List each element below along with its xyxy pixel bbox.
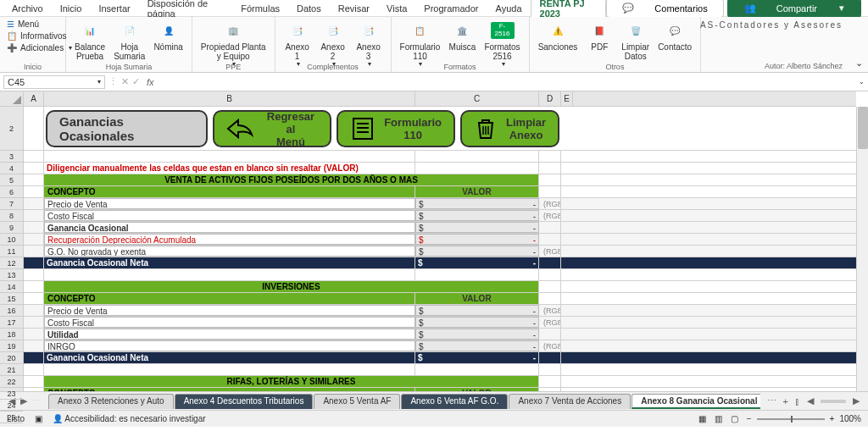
hscroll-right-icon[interactable]: ▶ xyxy=(853,395,860,406)
cancel-icon[interactable]: ✕ xyxy=(121,76,129,87)
row-20[interactable]: 20 xyxy=(0,352,23,364)
menu-insertar[interactable]: Insertar xyxy=(90,2,138,15)
ribbon-menu[interactable]: ☰Menú xyxy=(5,19,74,30)
row-8[interactable]: 8 xyxy=(0,210,23,222)
cells: Ganancias Ocasionales Regresar al Menú F… xyxy=(24,107,856,391)
share-button[interactable]: 👥Compartir▾ xyxy=(727,0,861,18)
status-bar: Listo ▣ 👤 Accesibilidad: es necesario in… xyxy=(0,410,868,427)
nomina-button[interactable]: 👤Nómina xyxy=(150,19,186,53)
zoom-out-icon[interactable]: − xyxy=(747,414,752,423)
clean-anexo-button[interactable]: Limpiar Anexo xyxy=(460,110,559,147)
brand-text: AS-Contadores y Asesores xyxy=(700,20,843,30)
scroll-thumb[interactable] xyxy=(858,107,868,149)
row-23[interactable]: 23 xyxy=(0,388,23,400)
collapse-ribbon-icon[interactable]: ⌄ xyxy=(855,58,863,69)
sheet-tab[interactable]: Anexo 3 Retenciones y Auto xyxy=(48,394,174,409)
row-4[interactable]: 4 xyxy=(0,163,23,174)
row-11[interactable]: 11 xyxy=(0,246,23,257)
hoja-sumaria-button[interactable]: 📄Hoja Sumaria xyxy=(110,19,148,63)
vertical-scrollbar[interactable] xyxy=(856,107,868,391)
fx-icon[interactable]: fx xyxy=(143,77,158,87)
form-icon: 📋 xyxy=(408,20,431,41)
row-25[interactable]: 25 xyxy=(0,412,23,423)
doc-icon: 📑 xyxy=(321,20,345,41)
share-icon: 👥 xyxy=(736,1,765,15)
doc-icon: 📑 xyxy=(357,20,381,41)
view-break-icon[interactable]: ▢ xyxy=(731,414,738,423)
select-all[interactable] xyxy=(0,91,24,107)
row-10[interactable]: 10 xyxy=(0,234,23,246)
row-13[interactable]: 13 xyxy=(0,269,23,281)
menu-ayuda[interactable]: Ayuda xyxy=(487,2,531,15)
sheet-tab[interactable]: Anexo 4 Descuentos Tributarios xyxy=(175,394,314,409)
zoom-control[interactable]: − + 100% xyxy=(747,414,861,423)
row-15[interactable]: 15 xyxy=(0,293,23,305)
muisca-button[interactable]: 🏛️Muisca xyxy=(445,19,479,53)
menu-revisar[interactable]: Revisar xyxy=(330,2,378,15)
sheet-tab[interactable]: Anexo 5 Venta AF xyxy=(314,394,400,409)
menu-inicio[interactable]: Inicio xyxy=(52,2,91,15)
ribbon-adicionales[interactable]: ➕Adicionales▾ xyxy=(5,42,74,53)
menu-archivo[interactable]: Archivo xyxy=(3,2,52,15)
col-B[interactable]: B xyxy=(44,91,415,106)
sheet-tab-bar: ◀ ▶ ⋯ Anexo 3 Retenciones y AutoAnexo 4 … xyxy=(0,391,868,410)
col-E[interactable]: E xyxy=(561,91,573,106)
row-3[interactable]: 3 xyxy=(0,151,23,163)
row-16[interactable]: 16 xyxy=(0,305,23,317)
row-22[interactable]: 22 xyxy=(0,376,23,388)
sheet-tab[interactable]: Anexo 7 Venta de Acciones xyxy=(509,394,631,409)
menu-bar: Archivo Inicio Insertar Disposición de p… xyxy=(0,0,868,17)
name-box[interactable]: C45▾ xyxy=(3,75,105,89)
menu-formulas[interactable]: Fórmulas xyxy=(232,2,288,15)
menu-programador[interactable]: Programador xyxy=(415,2,487,15)
form110-big-button[interactable]: Formulario 110 xyxy=(337,110,455,147)
limpiar-button[interactable]: 🗑️Limpiar Datos xyxy=(618,19,653,63)
row-6[interactable]: 6 xyxy=(0,186,23,198)
row-21[interactable]: 21 xyxy=(0,364,23,376)
row-17[interactable]: 17 xyxy=(0,317,23,329)
back-menu-button[interactable]: Regresar al Menú xyxy=(213,110,331,147)
col-C[interactable]: C xyxy=(415,91,539,106)
menu-datos[interactable]: Datos xyxy=(288,2,330,15)
sheet-tab[interactable]: Anexo 8 Ganancia Ocasional xyxy=(632,394,760,409)
sheet-tab[interactable]: Anexo 6 Venta AF G.O. xyxy=(401,394,508,409)
col-D[interactable]: D xyxy=(539,91,561,106)
menu-vista[interactable]: Vista xyxy=(378,2,415,15)
row-18[interactable]: 18 xyxy=(0,329,23,340)
whatsapp-icon: 💬 xyxy=(663,20,687,41)
chevron-down-icon[interactable]: ▾ xyxy=(97,78,101,86)
balance-prueba-button[interactable]: 📊Balance Prueba xyxy=(71,19,108,63)
pdf-button[interactable]: 📕PDF xyxy=(582,19,616,53)
expand-fbar-icon[interactable]: ⌄ xyxy=(859,78,865,86)
row-9[interactable]: 9 xyxy=(0,222,23,234)
col-A[interactable]: A xyxy=(24,91,44,106)
zoom-slider[interactable] xyxy=(757,418,825,420)
row-19[interactable]: 19 xyxy=(0,340,23,352)
ribbon-informativos[interactable]: 📋Informativos xyxy=(5,30,74,41)
formula-input[interactable] xyxy=(161,75,854,88)
row-2[interactable]: 2 xyxy=(0,107,23,151)
gov-icon: 🏛️ xyxy=(450,20,474,41)
confirm-icon[interactable]: ✓ xyxy=(132,76,140,87)
accessibility-status[interactable]: 👤 Accesibilidad: es necesario investigar xyxy=(53,414,205,423)
row-7[interactable]: 7 xyxy=(0,198,23,210)
add-sheet-icon[interactable]: + xyxy=(783,396,788,406)
new-sheet-icon[interactable]: ⋯ xyxy=(767,395,776,406)
info-icon: 📋 xyxy=(7,31,17,41)
contacto-button[interactable]: 💬Contacto xyxy=(654,19,695,53)
view-layout-icon[interactable]: ▥ xyxy=(715,414,722,423)
row-5[interactable]: 5 xyxy=(0,174,23,186)
menu-icon: ☰ xyxy=(7,19,14,29)
macro-icon[interactable]: ▣ xyxy=(35,414,42,423)
hscroll-left-icon[interactable]: ◀ xyxy=(807,395,814,406)
row-14[interactable]: 14 xyxy=(0,281,23,293)
zoom-value[interactable]: 100% xyxy=(839,414,861,423)
comments-button[interactable]: 💬Comentarios xyxy=(606,0,723,18)
warning-icon: ⚠️ xyxy=(546,20,570,41)
row-12[interactable]: 12 xyxy=(0,257,23,269)
row-24[interactable]: 24 xyxy=(0,400,23,412)
view-normal-icon[interactable]: ▦ xyxy=(698,414,706,423)
ribbon: ☰Menú 📋Informativos ➕Adicionales▾ Inicio… xyxy=(0,17,868,73)
sanciones-button[interactable]: ⚠️Sanciones xyxy=(535,19,581,53)
zoom-in-icon[interactable]: + xyxy=(830,414,835,423)
